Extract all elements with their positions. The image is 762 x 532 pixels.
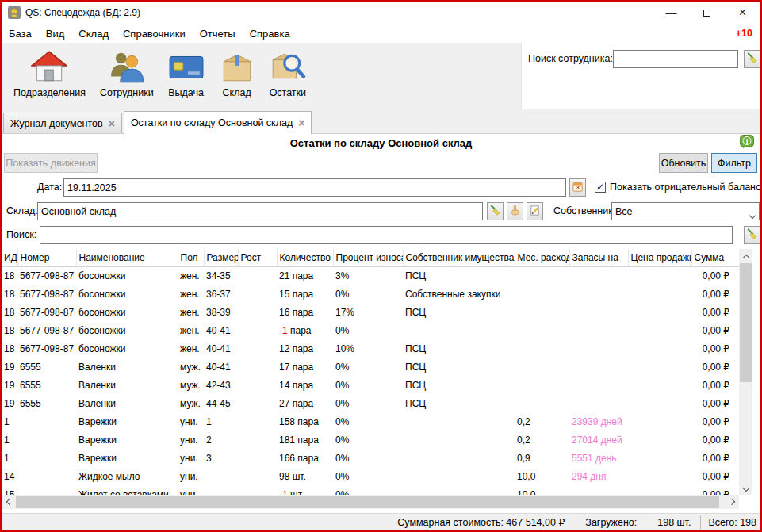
close-button[interactable]: × (725, 2, 760, 24)
table-row[interactable]: 185677-098-87босоножкижен.38-3916 пара17… (2, 303, 739, 321)
cell (515, 376, 569, 394)
cell: 0% (333, 285, 403, 303)
table-row[interactable]: 185677-098-87босоножкижен.36-3715 пара0%… (2, 285, 739, 303)
table-row[interactable]: 1Варежкиуни.2181 пара0%0,227014 дней0,00… (2, 431, 739, 449)
search-label: Поиск: (6, 226, 36, 244)
scroll-left-icon[interactable] (2, 495, 15, 509)
date-input[interactable] (63, 178, 566, 197)
cell (628, 358, 691, 376)
toolbar-button-box-search[interactable]: Остатки (262, 47, 313, 101)
cell: 0,00 ₽ (691, 485, 739, 495)
cell: ПСЦ (403, 376, 515, 394)
column-header[interactable]: Процент износа (333, 249, 403, 266)
menu-item-1[interactable]: База (2, 25, 39, 42)
cell: Варежки (76, 449, 178, 467)
minimize-button[interactable]: — (653, 2, 689, 24)
column-header[interactable]: Размер (204, 249, 238, 266)
warehouse-input[interactable] (37, 202, 483, 220)
menu-item-6[interactable]: Справка (243, 25, 297, 42)
horizontal-scrollbar-thumb[interactable] (16, 496, 719, 508)
employee-search-clear-button[interactable] (744, 50, 760, 68)
toolbar-button-card[interactable]: Выдача (161, 47, 212, 101)
scroll-right-icon[interactable] (726, 495, 739, 509)
warehouse-edit-button[interactable] (527, 202, 543, 220)
cell (17, 431, 76, 449)
table-row[interactable]: 196555Валенкимуж.42-4314 пара0%ПСЦ0,00 ₽ (2, 376, 739, 394)
toolbar-button-people[interactable]: Сотрудники (93, 47, 161, 101)
menu-item-2[interactable]: Вид (39, 25, 72, 42)
table-row[interactable]: 185677-098-87босоножкижен.40-4112 пара10… (2, 339, 739, 358)
column-header[interactable]: Номер (17, 249, 76, 266)
refresh-button[interactable]: Обновить (659, 153, 708, 173)
toolbar: ПодразделенияСотрудникиВыдачаСкладОстатк… (2, 43, 760, 109)
table-row[interactable]: 1Варежкиуни.1158 пара0%0,223939 дней0,00… (2, 412, 739, 431)
cell: 27014 дней (569, 431, 628, 449)
search-clear-button[interactable] (744, 226, 760, 244)
toolbar-button-box[interactable]: Склад (212, 47, 262, 101)
horizontal-scrollbar[interactable] (2, 495, 739, 509)
column-header[interactable]: Запасы на (569, 249, 628, 266)
cell: Жидкое мыло (76, 467, 178, 485)
employee-search-panel: Поиск сотрудника: (521, 43, 760, 109)
cell (238, 339, 277, 358)
column-header[interactable]: Пол (178, 249, 204, 266)
maximize-button[interactable] (689, 2, 725, 24)
cell: 21 пара (277, 266, 333, 285)
home-icon (31, 49, 67, 86)
app-window: QS: Спецодежда (БД: 2.9) — × БазаВидСкла… (0, 0, 762, 532)
column-header[interactable]: Сумма (691, 249, 739, 266)
toolbar-button-home[interactable]: Подразделения (6, 47, 93, 101)
cell (403, 321, 515, 339)
scroll-up-icon[interactable] (739, 249, 752, 262)
column-header[interactable]: Количество (277, 249, 333, 266)
toolbar-button-label: Выдача (168, 87, 204, 98)
cell: 17 пара (277, 358, 333, 376)
negative-balance-label: Показать отрицательный баланс (610, 178, 760, 197)
table-row[interactable]: 15Жилет со вставкамиуни.-1 шт.0%10,00,00… (2, 485, 739, 495)
warehouse-pick-button[interactable] (507, 202, 523, 220)
info-icon[interactable]: i (740, 135, 754, 149)
vertical-scrollbar-thumb[interactable] (740, 263, 752, 382)
toolbar-button-label: Сотрудники (100, 87, 154, 98)
tab-close-icon[interactable]: × (109, 118, 115, 129)
calendar-button[interactable]: 3 (569, 178, 586, 197)
cell (238, 266, 277, 285)
column-header[interactable]: Рост (238, 249, 277, 266)
warehouse-clear-button[interactable] (487, 202, 504, 220)
cell (569, 321, 628, 339)
menu-item-3[interactable]: Склад (71, 25, 116, 42)
negative-value: -1 (279, 489, 288, 496)
menu-item-4[interactable]: Справочники (116, 25, 193, 42)
cell: 181 пара (277, 431, 333, 449)
scroll-down-icon[interactable] (739, 481, 752, 495)
tab[interactable]: Журнал документов× (3, 113, 122, 133)
cell: 0% (333, 467, 403, 485)
column-header[interactable]: Наименование (76, 249, 178, 266)
search-input[interactable] (40, 226, 733, 244)
cell: 0,00 ₽ (691, 358, 739, 376)
cell: 15 пара (277, 285, 333, 303)
negative-balance-checkbox[interactable]: ✓ (595, 182, 606, 193)
cell: Валенки (76, 358, 178, 376)
menu-item-5[interactable]: Отчеты (193, 25, 243, 42)
employee-search-input[interactable] (613, 50, 738, 68)
tab[interactable]: Остатки по складу Основной склад× (124, 111, 312, 134)
tab-close-icon[interactable]: × (298, 117, 304, 128)
cell: 44-45 (204, 394, 238, 412)
column-header[interactable]: Цена продажи (628, 249, 691, 266)
column-header[interactable]: ИД (2, 249, 17, 266)
table-row[interactable]: 196555Валенкимуж.44-4527 пара0%ПСЦ0,00 ₽ (2, 394, 739, 412)
edit-icon (529, 205, 541, 219)
table-row[interactable]: 14Жидкое мылоуни.98 шт.0%10,0294 дня0,00… (2, 467, 739, 485)
owner-select[interactable]: Все (611, 202, 760, 220)
vertical-scrollbar[interactable] (739, 249, 752, 495)
table-row[interactable]: 185677-098-87босоножкижен.40-41-1 пара0%… (2, 321, 739, 339)
column-header[interactable]: Собственник имущества (403, 249, 515, 266)
show-movements-button[interactable]: Показать движения (4, 153, 98, 173)
cell: 16 пара (277, 303, 333, 321)
table-row[interactable]: 196555Валенкимуж.40-4117 пара0%ПСЦ0,00 ₽ (2, 358, 739, 376)
filter-button[interactable]: Фильтр (711, 153, 757, 173)
column-header[interactable]: Мес. расход (515, 249, 569, 266)
table-row[interactable]: 185677-098-87босоножкижен.34-3521 пара3%… (2, 266, 739, 285)
table-row[interactable]: 1Варежкиуни.3166 пара0%0,95551 день0,00 … (2, 449, 739, 467)
